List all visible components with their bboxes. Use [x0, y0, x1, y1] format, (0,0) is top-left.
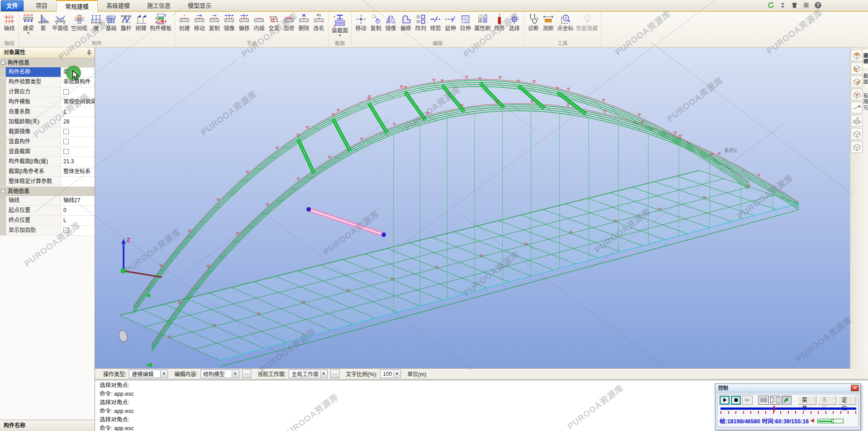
fit-extent-button[interactable]: [770, 396, 780, 405]
view-cube-plain-large-button[interactable]: [851, 141, 863, 153]
tab-项目[interactable]: 项目: [27, 0, 56, 12]
ribbon-button-space-cable[interactable]: 空间缆: [70, 13, 89, 32]
ribbon-button-section[interactable]: AA装截面▼: [330, 13, 349, 38]
tab-模型显示[interactable]: 模型显示: [179, 0, 220, 12]
property-value[interactable]: [61, 87, 95, 97]
control-panel[interactable]: 控制 ✕ 菜单多节定位 帧:18198/46580 时间:60:39/155:1…: [715, 384, 861, 430]
property-row[interactable]: 显示加劲肋: [0, 226, 95, 236]
playback-timeline[interactable]: [720, 407, 856, 415]
ribbon-button-edit-copy[interactable]: 复制: [368, 13, 383, 32]
ribbon-button-cable[interactable]: 索: [36, 13, 51, 32]
view-cube-top-button[interactable]: [851, 49, 863, 61]
ribbon-button-node-interp[interactable]: 内插: [252, 13, 267, 32]
property-value[interactable]: 21.3: [61, 157, 95, 166]
ribbon-button-rigid-arm[interactable]: 刚臂: [134, 13, 148, 32]
property-row[interactable]: 自重系数1: [0, 107, 95, 117]
chevron-down-icon[interactable]: ▼: [393, 370, 400, 377]
statusbar-dropdown[interactable]: 结构模型▼: [200, 369, 239, 378]
view-cube-right-button[interactable]: [851, 76, 863, 87]
ribbon-button-edit-move[interactable]: 移动: [353, 13, 368, 32]
fit-window-button[interactable]: [758, 396, 768, 405]
ribbon-button-node-copy[interactable]: 复制: [207, 13, 222, 32]
ribbon-button-node-mirror[interactable]: 镜像: [222, 13, 237, 32]
view-cube-front-button[interactable]: [851, 62, 863, 74]
property-value[interactable]: 0: [61, 206, 95, 215]
checkbox[interactable]: [63, 89, 69, 95]
collapse-icon[interactable]: [779, 1, 787, 9]
checkbox[interactable]: [63, 149, 69, 154]
property-value[interactable]: [61, 177, 95, 186]
right-tab-截面[interactable]: 截面: [862, 69, 868, 89]
collapse-icon[interactable]: −: [1, 61, 5, 65]
ribbon-button-node-rename[interactable]: P1改名: [311, 13, 326, 32]
property-value[interactable]: [61, 226, 95, 235]
ribbon-button-brush[interactable]: ABAB属性刷: [473, 13, 492, 32]
property-value[interactable]: 1: [61, 107, 95, 117]
ribbon-button-edit-offset[interactable]: 偏移: [398, 13, 413, 32]
close-icon[interactable]: ✕: [851, 385, 859, 391]
tab-施工信息[interactable]: 施工信息: [138, 0, 179, 12]
property-value[interactable]: 常规空间钢梁: [61, 97, 95, 107]
checkbox[interactable]: [63, 227, 69, 233]
ribbon-button-template[interactable]: 1234构件模板: [148, 13, 173, 32]
collapse-icon[interactable]: −: [1, 189, 5, 193]
property-section-构件信息[interactable]: −构件信息: [0, 58, 95, 67]
volume-slider[interactable]: [817, 419, 844, 423]
view-cube-plain-button[interactable]: [851, 128, 863, 140]
statusbar-dropdown[interactable]: 全局工作面▼: [289, 369, 328, 378]
property-value[interactable]: 28: [61, 117, 95, 127]
view-slab-button[interactable]: [851, 115, 863, 127]
property-row[interactable]: 截面镜像: [0, 127, 95, 137]
settings-icon[interactable]: [802, 1, 810, 9]
ribbon-button-array[interactable]: 阵列: [413, 13, 428, 32]
ribbon-button-foundation[interactable]: 基础: [104, 13, 119, 32]
bottom-panel-tab[interactable]: 构件名称: [0, 420, 95, 431]
chevron-down-icon[interactable]: ▼: [160, 370, 167, 377]
property-value[interactable]: 整体坐标系: [61, 167, 95, 176]
property-value[interactable]: L: [61, 216, 95, 225]
tab-常规建模[interactable]: 常规建模: [56, 0, 98, 12]
view-cube-corner-button[interactable]: [851, 89, 863, 100]
timeline-bar[interactable]: [720, 407, 856, 410]
pick-cursor-button[interactable]: [782, 396, 792, 405]
property-row[interactable]: 构件模板常规空间钢梁: [0, 97, 95, 107]
property-row[interactable]: 竖直截面: [0, 147, 95, 157]
ribbon-button-select[interactable]: 选择: [507, 13, 522, 32]
ribbon-button-node-cross[interactable]: 交叉: [267, 13, 281, 32]
more-options-button[interactable]: ...: [330, 369, 339, 378]
ribbon-button-extend[interactable]: 延伸: [443, 13, 458, 32]
ribbon-button-axis[interactable]: 轴线: [2, 13, 17, 32]
ribbon-button-beam-build[interactable]: 11 12 11建梁▼: [21, 13, 36, 35]
ribbon-button-edit-mirror[interactable]: 镜像: [383, 13, 398, 32]
ribbon-button-point-coord[interactable]: 点坐标: [556, 13, 575, 32]
ribbon-button-node-delete[interactable]: 删除: [296, 13, 311, 32]
ribbon-button-web-member[interactable]: 腹杆: [119, 13, 134, 32]
right-tab-建模[interactable]: 建模: [862, 48, 868, 69]
ribbon-button-measure[interactable]: 测距: [541, 13, 556, 32]
ribbon-button-explode[interactable]: 炸开: [492, 13, 507, 32]
control-button-菜单[interactable]: 菜单: [798, 396, 816, 405]
right-tab-有限元[interactable]: 有限元: [862, 89, 868, 115]
property-section-其他信息[interactable]: −其他信息: [0, 187, 95, 196]
property-row[interactable]: 整体稳定计算参数: [0, 177, 95, 187]
property-row[interactable]: 起点位置0: [0, 206, 95, 216]
property-row[interactable]: 终点位置L: [0, 216, 95, 226]
property-row[interactable]: 加载龄期(天)28: [0, 117, 95, 127]
more-options-button[interactable]: ...: [242, 369, 251, 378]
property-row[interactable]: 竖直构件: [0, 137, 95, 147]
property-value[interactable]: 轴线27: [61, 196, 95, 205]
chevron-down-icon[interactable]: ▼: [338, 34, 342, 37]
ribbon-button-node-move[interactable]: 移动: [192, 13, 207, 32]
tab-高级建模[interactable]: 高级建模: [98, 0, 138, 12]
statusbar-dropdown[interactable]: 建模编辑▼: [129, 369, 168, 378]
control-panel-titlebar[interactable]: 控制 ✕: [715, 384, 860, 393]
3d-viewport[interactable]: Z系杆2: [95, 47, 850, 369]
ribbon-button-diagnose[interactable]: 诊断: [526, 13, 541, 32]
property-row[interactable]: 截面β角参考系整体坐标系: [0, 167, 95, 177]
property-value[interactable]: [61, 137, 95, 147]
refresh-icon[interactable]: [767, 1, 775, 9]
chevron-down-icon[interactable]: ▼: [27, 32, 30, 35]
property-row[interactable]: 构件截面β角(度)21.3: [0, 157, 95, 167]
property-row[interactable]: 轴线轴线27: [0, 196, 95, 206]
file-menu-button[interactable]: 文件: [1, 0, 24, 11]
